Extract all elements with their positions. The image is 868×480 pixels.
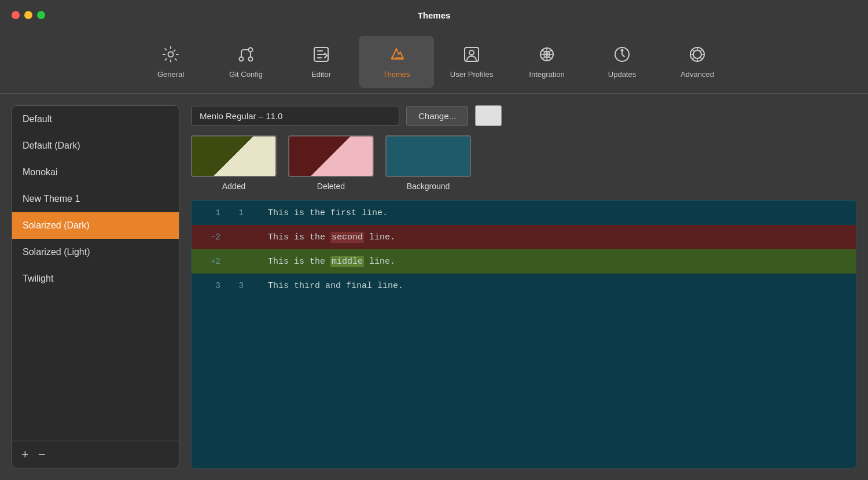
minimize-button[interactable] [24, 11, 32, 19]
swatch-background-box[interactable] [385, 135, 471, 177]
font-row: Menlo Regular – 11.0 Change... [191, 105, 856, 126]
swatch-background-label: Background [407, 182, 450, 191]
change-font-button[interactable]: Change... [406, 106, 468, 126]
swatches-row: Added Deleted Background [191, 135, 856, 191]
sidebar-item-twilight[interactable]: Twilight [12, 265, 179, 292]
sidebar-item-monokai[interactable]: Monokai [12, 159, 179, 186]
tab-user-profiles-label: User Profiles [450, 70, 493, 79]
diff-line-3-content: This is the middle line. [264, 257, 395, 267]
svg-point-1 [240, 57, 244, 61]
diff-line-2: −2 This is the second line. [192, 225, 856, 249]
diff-line-3-highlight: middle [330, 256, 364, 267]
add-theme-button[interactable]: + [21, 448, 29, 461]
themes-icon [387, 45, 406, 67]
tab-advanced-label: Advanced [681, 70, 714, 79]
sidebar-item-default-dark[interactable]: Default (Dark) [12, 132, 179, 159]
color-preview[interactable] [475, 105, 502, 126]
tab-integration[interactable]: Integration [509, 36, 584, 88]
svg-point-8 [469, 50, 474, 55]
tab-git-config-label: Git Config [229, 70, 263, 79]
tab-themes[interactable]: Themes [359, 36, 434, 88]
swatch-deleted-label: Deleted [317, 182, 345, 191]
tab-updates-label: Updates [608, 70, 636, 79]
sidebar-list: Default Default (Dark) Monokai New Theme… [12, 106, 179, 441]
diff-line-2-indicator [244, 232, 264, 242]
diff-line-1-indicator [244, 208, 264, 217]
tab-editor[interactable]: Editor [284, 36, 359, 88]
swatch-deleted-box[interactable] [288, 135, 374, 177]
swatch-deleted: Deleted [288, 135, 374, 191]
svg-point-3 [249, 57, 253, 61]
sidebar-item-default[interactable]: Default [12, 106, 179, 132]
diff-line-2-before: This is the [268, 232, 330, 242]
tab-general-label: General [157, 70, 184, 79]
swatch-added-label: Added [222, 182, 245, 191]
close-button[interactable] [12, 11, 20, 19]
swatch-added: Added [191, 135, 277, 191]
diff-line-3-before: This is the [268, 257, 330, 267]
tab-git-config[interactable]: Git Config [208, 36, 284, 88]
diff-line-2-new-num [220, 232, 244, 242]
tab-advanced[interactable]: Advanced [660, 36, 735, 88]
svg-point-5 [391, 57, 393, 59]
diff-line-3-old-num: +2 [197, 257, 220, 266]
maximize-button[interactable] [37, 11, 45, 19]
themes-sidebar: Default Default (Dark) Monokai New Theme… [12, 105, 179, 468]
diff-line-3: +2 This is the middle line. [192, 249, 856, 274]
sidebar-item-new-theme-1[interactable]: New Theme 1 [12, 186, 179, 212]
diff-line-3-after: line. [364, 257, 395, 267]
diff-line-3-new-num [220, 257, 244, 266]
diff-line-2-old-num: −2 [197, 232, 220, 242]
right-panel: Menlo Regular – 11.0 Change... Added Del… [191, 105, 856, 468]
toolbar: General Git Config Editor [0, 30, 868, 94]
tab-general[interactable]: General [133, 36, 208, 88]
diff-line-4: 3 3 This third and final line. [192, 274, 856, 298]
sidebar-footer: + − [12, 441, 179, 468]
diff-line-4-content: This third and final line. [264, 281, 403, 291]
svg-point-0 [168, 51, 174, 57]
window-controls [12, 11, 45, 19]
diff-line-2-content: This is the second line. [264, 232, 395, 242]
git-icon [237, 45, 255, 67]
svg-point-14 [693, 50, 701, 58]
tab-themes-label: Themes [383, 70, 410, 79]
tab-editor-label: Editor [311, 70, 331, 79]
diff-line-4-old-num: 3 [197, 281, 220, 290]
advanced-icon [688, 45, 707, 67]
diff-line-1: 1 1 This is the first line. [192, 201, 856, 225]
svg-point-2 [249, 47, 253, 51]
font-name-display: Menlo Regular – 11.0 [191, 106, 399, 126]
diff-line-4-indicator [244, 281, 264, 290]
user-icon [462, 45, 481, 67]
integration-icon [538, 45, 556, 67]
tab-updates[interactable]: Updates [584, 36, 660, 88]
diff-line-2-after: line. [364, 232, 395, 242]
sidebar-item-solarized-light[interactable]: Solarized (Light) [12, 239, 179, 265]
diff-line-2-highlight: second [330, 232, 364, 243]
diff-line-4-new-num: 3 [220, 281, 244, 290]
swatch-added-box[interactable] [191, 135, 277, 177]
editor-icon [312, 45, 330, 67]
diff-preview: 1 1 This is the first line. −2 This is t… [191, 200, 856, 468]
tab-integration-label: Integration [529, 70, 564, 79]
updates-icon [613, 45, 631, 67]
diff-line-3-indicator [244, 257, 264, 266]
titlebar: Themes [0, 0, 868, 30]
diff-line-1-content: This is the first line. [264, 208, 388, 218]
sidebar-item-solarized-dark[interactable]: Solarized (Dark) [12, 212, 179, 239]
main-content: Default Default (Dark) Monokai New Theme… [0, 94, 868, 480]
diff-line-1-new-num: 1 [220, 208, 244, 217]
diff-line-1-old-num: 1 [197, 208, 220, 217]
swatch-background: Background [385, 135, 471, 191]
tab-user-profiles[interactable]: User Profiles [434, 36, 509, 88]
gear-icon [161, 45, 180, 67]
window-title: Themes [418, 10, 451, 20]
remove-theme-button[interactable]: − [38, 448, 46, 461]
